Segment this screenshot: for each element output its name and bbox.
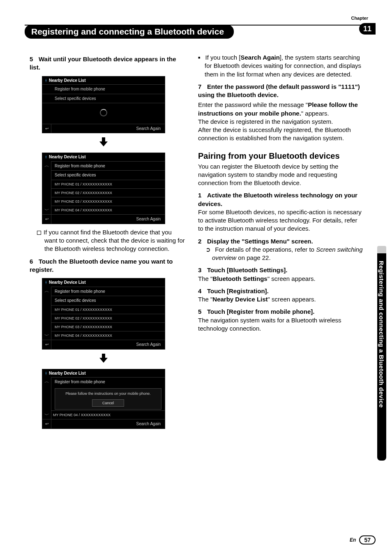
bluetooth-icon: ᚼ	[45, 154, 47, 160]
screenshot-nearby-list-searching: ᚼ Nearby Device List Register from mobil…	[42, 76, 165, 134]
search-again-button[interactable]: Search Again	[132, 340, 165, 349]
page-header: Chapter Registering and connecting a Blu…	[25, 25, 376, 38]
step-text: Display the "Settings Menu" screen.	[207, 238, 313, 245]
pair-step-2-ref: For details of the operations, refer to …	[198, 246, 363, 262]
flow-arrow-icon	[42, 354, 165, 365]
chapter-number-badge: 11	[359, 23, 376, 35]
scroll-down-button[interactable]: ﹀	[44, 208, 49, 213]
device-row[interactable]: MY PHONE 03 / XXXXXXXXXXXX	[51, 322, 165, 331]
scroll-down-button[interactable]: ﹀	[44, 412, 49, 417]
left-column: 5Wait until your Bluetooth device appear…	[30, 53, 186, 531]
step-number: 5	[30, 55, 39, 63]
cancel-button[interactable]: Cancel	[92, 399, 124, 407]
step-number: 2	[198, 237, 207, 246]
side-tab-body: Registering and connecting a Bluetooth d…	[377, 253, 386, 461]
step-text: Touch [Register from mobile phone].	[207, 308, 314, 315]
scroll-up-button[interactable]: ︿	[44, 379, 49, 384]
step-number: 7	[198, 83, 207, 91]
pair-step-2-heading: 2Display the "Settings Menu" screen.	[198, 237, 363, 246]
register-from-mobile-row[interactable]: Register from mobile phone	[51, 377, 165, 387]
device-row[interactable]: MY PHONE 03 / XXXXXXXXXXXX	[51, 197, 165, 206]
right-column: If you touch [Search Again], the system …	[198, 53, 376, 531]
register-from-mobile-row[interactable]: Register from mobile phone	[51, 287, 165, 296]
back-button[interactable]: ↩	[42, 124, 51, 133]
pair-step-5-heading: 5Touch [Register from mobile phone].	[198, 308, 363, 316]
step-5-note: If you cannot find the Bluetooth device …	[30, 228, 186, 253]
pair-step-5-para: The navigation system waits for a Blueto…	[198, 316, 363, 333]
panel-title: Nearby Device List	[49, 371, 86, 376]
step-text: Enter the password (the default password…	[198, 83, 360, 98]
step-6-heading: 6Touch the Bluetooth device name you wan…	[30, 257, 186, 274]
header-title-text: Registering and connecting a Bluetooth d…	[31, 27, 224, 37]
header-title: Registering and connecting a Bluetooth d…	[25, 25, 234, 39]
search-again-button[interactable]: Search Again	[132, 215, 165, 224]
panel-title: Nearby Device List	[49, 78, 86, 83]
select-specific-row[interactable]: Select specific devices	[42, 94, 165, 103]
device-row: MY PHONE 04 / XXXXXXXXXXXX	[51, 410, 165, 419]
step-7-heading: 7Enter the password (the default passwor…	[198, 83, 363, 100]
step-text: Touch [Bluetooth Settings].	[207, 266, 288, 273]
step-7-para-3: After the device is successfully registe…	[198, 126, 363, 143]
step-number: 6	[30, 257, 39, 266]
pair-step-1-para: For some Bluetooth devices, no specific-…	[198, 208, 363, 233]
device-row[interactable]: MY PHONE 04 / XXXXXXXXXXXX	[51, 331, 165, 340]
modal-text: Please follow the instructions on your m…	[57, 391, 159, 396]
step-text: Activate the Bluetooth wireless technolo…	[198, 192, 357, 207]
panel-title: Nearby Device List	[49, 280, 86, 285]
scroll-down-button[interactable]: ﹀	[44, 333, 49, 338]
instruction-modal: Please follow the instructions on your m…	[55, 388, 161, 410]
step-number: 1	[198, 191, 207, 199]
pair-step-3-heading: 3Touch [Bluetooth Settings].	[198, 266, 363, 274]
note-text: If you cannot find the Bluetooth device …	[44, 229, 185, 253]
device-row[interactable]: MY PHONE 01 / XXXXXXXXXXXX	[51, 305, 165, 314]
step-7-para-2: The device is registered in the navigati…	[198, 118, 363, 126]
screenshot-nearby-list-waiting: ᚼ Nearby Device List ︿ ﹀ Register from m…	[42, 369, 165, 429]
note-bullet-icon	[37, 231, 41, 235]
screenshot-nearby-list-results: ᚼ Nearby Device List ︿ ﹀ Register from m…	[42, 153, 165, 224]
pair-step-4-heading: 4Touch [Registration].	[198, 287, 363, 295]
flow-arrow-icon	[42, 137, 165, 148]
footer-page-number: 57	[359, 535, 376, 544]
back-button[interactable]: ↩	[42, 419, 51, 429]
register-from-mobile-row[interactable]: Register from mobile phone	[42, 84, 165, 94]
search-again-note: If you touch [Search Again], the system …	[198, 53, 363, 79]
side-tab: Registering and connecting a Bluetooth d…	[377, 251, 386, 461]
pair-step-1-heading: 1Activate the Bluetooth wireless technol…	[198, 191, 363, 208]
panel-title: Nearby Device List	[49, 154, 86, 160]
loading-spinner	[42, 103, 165, 124]
pairing-intro: You can register the Bluetooth device by…	[198, 162, 363, 188]
register-from-mobile-row[interactable]: Register from mobile phone	[51, 161, 165, 171]
select-specific-row[interactable]: Select specific devices	[51, 296, 165, 305]
chapter-label: Chapter	[351, 16, 368, 21]
device-row[interactable]: MY PHONE 02 / XXXXXXXXXXXX	[51, 314, 165, 322]
search-again-button[interactable]: Search Again	[132, 124, 165, 133]
footer-lang: En	[350, 537, 356, 543]
scroll-up-button[interactable]: ︿	[44, 163, 49, 168]
page-footer: En 57	[350, 535, 376, 544]
step-5-heading: 5Wait until your Bluetooth device appear…	[30, 55, 186, 72]
back-button[interactable]: ↩	[42, 215, 51, 224]
side-tab-text: Registering and connecting a Bluetooth d…	[378, 261, 385, 408]
scroll-up-button[interactable]: ︿	[44, 288, 49, 293]
pair-step-4-para: The "Nearby Device List" screen appears.	[198, 295, 363, 303]
step-number: 5	[198, 308, 207, 316]
screenshot-nearby-list-select: ᚼ Nearby Device List ︿ ﹀ Register from m…	[42, 278, 165, 350]
device-row[interactable]: MY PHONE 02 / XXXXXXXXXXXX	[51, 188, 165, 197]
device-row[interactable]: MY PHONE 04 / XXXXXXXXXXXX	[51, 206, 165, 214]
device-row[interactable]: MY PHONE 01 / XXXXXXXXXXXX	[51, 180, 165, 188]
side-tab-handle	[377, 246, 386, 254]
pair-step-3-para: The "Bluetooth Settings" screen appears.	[198, 275, 363, 283]
step-text: Wait until your Bluetooth device appears…	[30, 56, 176, 71]
step-7-para-1: Enter the password while the message "Pl…	[198, 101, 363, 118]
step-text: Touch [Registration].	[207, 287, 269, 294]
select-specific-row[interactable]: Select specific devices	[51, 170, 165, 180]
search-again-button[interactable]: Search Again	[132, 419, 165, 429]
back-button[interactable]: ↩	[42, 340, 51, 349]
pairing-heading: Pairing from your Bluetooth devices	[198, 151, 363, 161]
step-number: 4	[198, 287, 207, 295]
bluetooth-icon: ᚼ	[45, 371, 47, 376]
step-text: Touch the Bluetooth device name you want…	[30, 258, 173, 273]
step-number: 3	[198, 266, 207, 274]
bluetooth-icon: ᚼ	[45, 78, 47, 83]
bluetooth-icon: ᚼ	[45, 280, 47, 285]
